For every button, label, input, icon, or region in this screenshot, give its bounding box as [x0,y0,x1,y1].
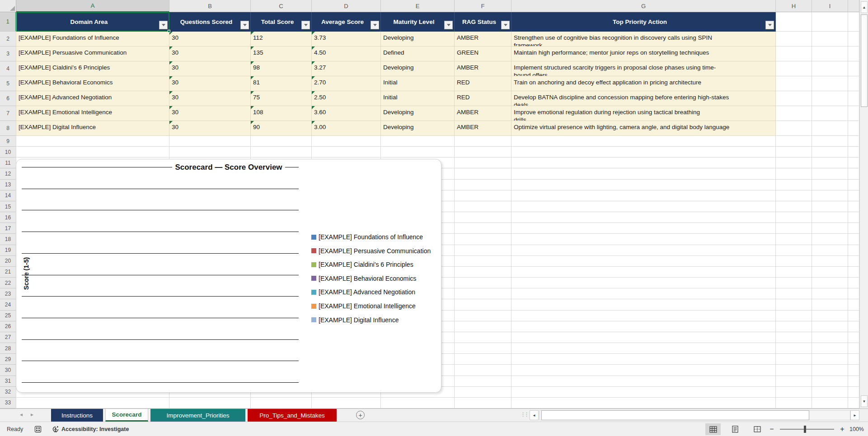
data-cell[interactable]: [EXAMPLE] Emotional Intelligence [16,106,169,121]
filter-dropdown-button[interactable] [159,21,168,29]
column-header-c[interactable]: C [251,0,312,12]
new-sheet-button[interactable]: + [356,411,365,419]
data-cell[interactable]: Strengthen use of cognitive bias recogni… [511,32,776,46]
data-cell[interactable]: 3.00 [312,121,381,136]
data-cell[interactable]: 112 [251,32,312,46]
data-cell[interactable]: Train on anchoring and decoy effect appl… [511,76,776,91]
row-header-8[interactable]: 8 [0,121,16,136]
vertical-scroll-thumb[interactable] [861,14,868,107]
data-cell[interactable]: [EXAMPLE] Advanced Negotiation [16,91,169,106]
data-cell[interactable]: Implement structured scarcity triggers i… [511,61,776,76]
row-header-11[interactable]: 11 [0,158,16,168]
column-header-h[interactable]: H [776,0,812,12]
row-header-23[interactable]: 23 [0,288,16,299]
table-header-cell[interactable]: RAG Status [455,12,511,32]
table-header-cell[interactable]: Domain Area [16,12,169,32]
data-cell[interactable]: [EXAMPLE] Digital Influence [16,121,169,136]
row-header-29[interactable]: 29 [0,354,16,365]
tab-scroll-splitter[interactable]: ⋮⋮ [521,412,528,417]
vertical-scrollbar[interactable]: ▲ ▼ [859,0,868,408]
legend-entry[interactable]: [EXAMPLE] Behavioral Economics [311,274,416,283]
normal-view-button[interactable] [705,423,721,435]
filter-dropdown-button[interactable] [765,21,774,29]
page-layout-view-button[interactable] [727,423,743,435]
hscroll-left-button[interactable]: ◄ [530,410,539,420]
data-cell[interactable]: 135 [251,46,312,61]
page-break-preview-button[interactable] [750,423,765,435]
data-cell[interactable]: 30 [169,91,251,106]
column-header-d[interactable]: D [312,0,381,12]
data-cell[interactable]: RED [455,76,511,91]
row-header-7[interactable]: 7 [0,106,16,121]
data-cell[interactable]: 90 [251,121,312,136]
row-header-6[interactable]: 6 [0,91,16,106]
row-header-26[interactable]: 26 [0,321,16,332]
sheet-tab-instructions[interactable]: Instructions [51,409,103,422]
row-header-22[interactable]: 22 [0,278,16,288]
data-cell[interactable]: [EXAMPLE] Foundations of Influence [16,32,169,46]
sheet-tab-improvement_priorities[interactable]: Improvement_Priorities [150,409,245,422]
row-header-1[interactable]: 1 [0,12,16,32]
data-cell[interactable]: Initial [381,76,455,91]
data-cell[interactable]: 81 [251,76,312,91]
legend-entry[interactable]: [EXAMPLE] Digital Influence [311,315,399,325]
zoom-slider-thumb[interactable] [804,426,806,433]
zoom-out-button[interactable]: − [768,424,775,435]
data-cell[interactable]: AMBER [455,61,511,76]
filter-dropdown-button[interactable] [301,21,310,29]
legend-entry[interactable]: [EXAMPLE] Emotional Intelligence [311,301,416,311]
data-cell[interactable]: 98 [251,61,312,76]
filter-dropdown-button[interactable] [371,21,379,29]
legend-entry[interactable]: [EXAMPLE] Persuasive Communication [311,246,431,255]
row-header-10[interactable]: 10 [0,147,16,158]
legend-entry[interactable]: [EXAMPLE] Advanced Negotiation [311,288,415,297]
sheet-nav-right-icon[interactable]: ► [30,412,34,417]
data-cell[interactable]: Maintain high performance; mentor junior… [511,46,776,61]
zoom-level[interactable]: 100% [849,422,864,436]
data-cell[interactable]: 2.50 [312,91,381,106]
data-cell[interactable]: RED [455,91,511,106]
data-cell[interactable]: 30 [169,32,251,46]
sheet-tab-scorecard[interactable]: Scorecard [105,409,148,422]
row-header-25[interactable]: 25 [0,311,16,321]
data-cell[interactable]: [EXAMPLE] Behavioral Economics [16,76,169,91]
column-header-e[interactable]: E [381,0,455,12]
row-header-2[interactable]: 2 [0,32,16,46]
data-cell[interactable]: AMBER [455,32,511,46]
row-header-5[interactable]: 5 [0,76,16,91]
sheet-nav-left-icon[interactable]: ◄ [19,412,23,417]
data-cell[interactable]: GREEN [455,46,511,61]
row-header-24[interactable]: 24 [0,299,16,310]
row-header-27[interactable]: 27 [0,332,16,343]
row-header-33[interactable]: 33 [0,398,16,408]
row-header-3[interactable]: 3 [0,46,16,61]
row-header-18[interactable]: 18 [0,234,16,245]
data-cell[interactable]: 30 [169,76,251,91]
accessibility-status[interactable]: Accessibility: Investigate [61,422,129,436]
sheet-tab-pro_tips_and_mistakes[interactable]: Pro_Tips_and_Mistakes [248,409,337,422]
data-cell[interactable]: Optimize virtual presence with lighting,… [511,121,776,136]
legend-entry[interactable]: [EXAMPLE] Cialdini's 6 Principles [311,260,413,269]
score-overview-chart[interactable]: Scorecard — Score Overview Score (1-5) [… [16,159,441,393]
filter-dropdown-button[interactable] [240,21,249,29]
data-cell[interactable]: 3.60 [312,106,381,121]
scroll-down-button[interactable]: ▼ [861,395,868,407]
data-cell[interactable]: 3.73 [312,32,381,46]
row-header-12[interactable]: 12 [0,168,16,179]
data-cell[interactable]: Developing [381,121,455,136]
filter-dropdown-button[interactable] [501,21,510,29]
row-header-31[interactable]: 31 [0,376,16,387]
row-header-20[interactable]: 20 [0,256,16,267]
hscroll-right-button[interactable]: ► [850,410,859,420]
data-cell[interactable]: 30 [169,61,251,76]
zoom-in-button[interactable]: + [839,424,846,435]
data-cell[interactable]: AMBER [455,121,511,136]
data-cell[interactable]: 75 [251,91,312,106]
row-header-32[interactable]: 32 [0,387,16,398]
row-header-16[interactable]: 16 [0,212,16,223]
column-header-partial[interactable] [848,0,859,12]
column-header-b[interactable]: B [169,0,251,12]
scroll-up-button[interactable]: ▲ [861,1,868,13]
data-cell[interactable]: Defined [381,46,455,61]
data-cell[interactable]: 30 [169,46,251,61]
